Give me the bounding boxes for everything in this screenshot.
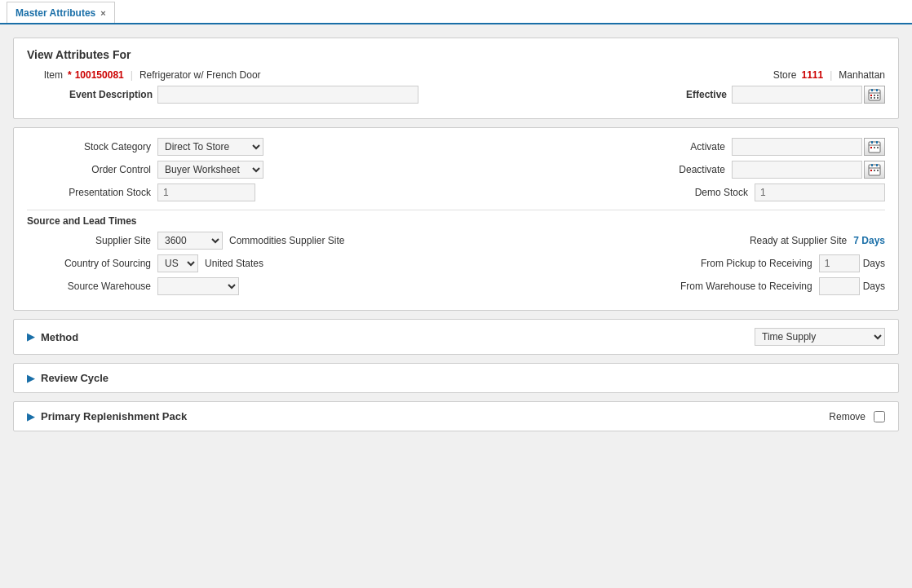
presentation-stock-input[interactable]: [157, 183, 255, 201]
stock-activate-row: Stock Category Direct To Store Warehouse…: [27, 138, 885, 156]
svg-rect-11: [871, 141, 873, 144]
from-warehouse-input[interactable]: [819, 277, 860, 295]
method-value-select[interactable]: Time Supply Min/Max: [755, 328, 885, 346]
store-separator: |: [830, 69, 832, 81]
svg-rect-2: [876, 89, 878, 91]
stock-category-label: Stock Category: [27, 141, 157, 153]
from-pickup-days-label: Days: [863, 258, 885, 269]
ready-at-supplier-label: Ready at Supplier Site: [723, 235, 853, 246]
item-separator: |: [131, 69, 133, 81]
primary-replenishment-title-group: ▶ Primary Replenishment Pack: [27, 410, 187, 422]
from-warehouse-label: From Warehouse to Receiving: [656, 281, 819, 292]
supplier-site-label: Supplier Site: [27, 235, 157, 246]
svg-rect-4: [870, 95, 872, 96]
order-deactivate-row: Order Control Buyer Worksheet Auto Deact…: [27, 161, 885, 179]
activate-input[interactable]: [732, 138, 862, 156]
presentation-stock-label: Presentation Stock: [27, 187, 157, 198]
svg-rect-5: [874, 95, 875, 96]
svg-rect-23: [877, 170, 879, 171]
review-cycle-title-group: ▶ Review Cycle: [27, 372, 108, 384]
demo-stock-input[interactable]: [755, 183, 885, 201]
svg-rect-19: [876, 164, 878, 166]
deactivate-calendar-icon: [868, 163, 881, 176]
svg-rect-1: [871, 89, 873, 91]
svg-rect-22: [874, 170, 875, 171]
svg-rect-9: [877, 97, 879, 99]
svg-rect-6: [877, 95, 879, 96]
review-cycle-header[interactable]: ▶ Review Cycle: [27, 372, 885, 384]
primary-replenishment-expand-icon: ▶: [27, 411, 34, 422]
from-pickup-label: From Pickup to Receiving: [672, 258, 819, 269]
supplier-ready-row: Supplier Site 3600 Commodities Supplier …: [27, 232, 885, 250]
event-effective-row: Event Description Effective: [27, 86, 885, 104]
svg-rect-15: [874, 147, 875, 148]
review-cycle-label: Review Cycle: [41, 372, 108, 384]
attributes-section: Stock Category Direct To Store Warehouse…: [13, 127, 899, 311]
effective-calendar-button[interactable]: [864, 86, 885, 104]
primary-replenishment-section: ▶ Primary Replenishment Pack Remove: [13, 401, 899, 431]
svg-rect-7: [870, 97, 872, 99]
view-attributes-title: View Attributes For: [27, 48, 885, 61]
source-warehouse-select[interactable]: [157, 277, 239, 295]
method-title-group: ▶ Method: [27, 331, 78, 343]
method-expand-icon: ▶: [27, 331, 34, 343]
supplier-site-select[interactable]: 3600: [157, 232, 223, 250]
effective-input[interactable]: [732, 86, 862, 104]
tab-close-button[interactable]: ×: [100, 8, 105, 18]
svg-rect-12: [876, 141, 878, 144]
primary-replenishment-right: Remove: [829, 411, 885, 422]
order-control-select[interactable]: Buyer Worksheet Auto: [157, 161, 263, 179]
country-code-select[interactable]: US: [157, 254, 198, 272]
activate-label: Activate: [650, 141, 732, 153]
country-sourcing-label: Country of Sourcing: [27, 258, 157, 269]
svg-rect-14: [870, 147, 872, 148]
activate-calendar-icon: [868, 140, 881, 153]
event-description-label: Event Description: [27, 89, 157, 100]
review-cycle-section: ▶ Review Cycle: [13, 363, 899, 393]
primary-replenishment-label: Primary Replenishment Pack: [41, 410, 187, 422]
svg-rect-16: [877, 147, 879, 148]
svg-rect-18: [871, 164, 873, 166]
item-indicator: *: [68, 69, 72, 81]
store-number: 1111: [801, 69, 823, 81]
country-name: United States: [205, 258, 263, 269]
calendar-icon: [868, 88, 881, 101]
event-description-input[interactable]: [157, 86, 418, 104]
activate-calendar-button[interactable]: [864, 138, 885, 156]
master-attributes-tab[interactable]: Master Attributes ×: [7, 2, 115, 23]
store-label: Store: [752, 69, 801, 81]
method-right: Time Supply Min/Max: [755, 328, 885, 346]
from-pickup-input[interactable]: [819, 254, 860, 272]
country-pickup-row: Country of Sourcing US United States Fro…: [27, 254, 885, 272]
from-warehouse-days-label: Days: [863, 281, 885, 292]
deactivate-calendar-button[interactable]: [864, 161, 885, 179]
stock-category-select[interactable]: Direct To Store Warehouse: [157, 138, 263, 156]
stock-demo-row: Presentation Stock Demo Stock: [27, 183, 885, 201]
method-label: Method: [41, 331, 78, 343]
demo-stock-label: Demo Stock: [673, 187, 755, 198]
page-content: View Attributes For Item * 100150081 | R…: [0, 24, 912, 588]
svg-rect-21: [870, 170, 872, 171]
store-name: Manhattan: [839, 69, 885, 81]
source-lead-times-title: Source and Lead Times: [27, 210, 885, 227]
item-label: Item: [27, 69, 68, 81]
supplier-site-name: Commodities Supplier Site: [229, 235, 344, 246]
svg-rect-8: [874, 97, 875, 99]
item-number: 100150081: [75, 69, 124, 81]
method-section: ▶ Method Time Supply Min/Max: [13, 319, 899, 355]
method-header[interactable]: ▶ Method Time Supply Min/Max: [27, 328, 885, 346]
tab-label: Master Attributes: [15, 7, 95, 19]
deactivate-input[interactable]: [732, 161, 862, 179]
effective-label: Effective: [666, 89, 732, 100]
item-store-row: Item * 100150081 | Refrigerator w/ Frenc…: [27, 69, 885, 81]
item-description: Refrigerator w/ French Door: [139, 69, 261, 81]
ready-at-supplier-value: 7 Days: [853, 235, 885, 246]
tab-bar: Master Attributes ×: [0, 0, 912, 24]
view-attributes-section: View Attributes For Item * 100150081 | R…: [13, 38, 899, 119]
warehouse-row: Source Warehouse From Warehouse to Recei…: [27, 277, 885, 295]
order-control-label: Order Control: [27, 164, 157, 175]
primary-replenishment-header[interactable]: ▶ Primary Replenishment Pack Remove: [27, 410, 885, 422]
remove-checkbox[interactable]: [874, 411, 885, 422]
review-cycle-expand-icon: ▶: [27, 373, 34, 384]
deactivate-label: Deactivate: [650, 164, 732, 175]
